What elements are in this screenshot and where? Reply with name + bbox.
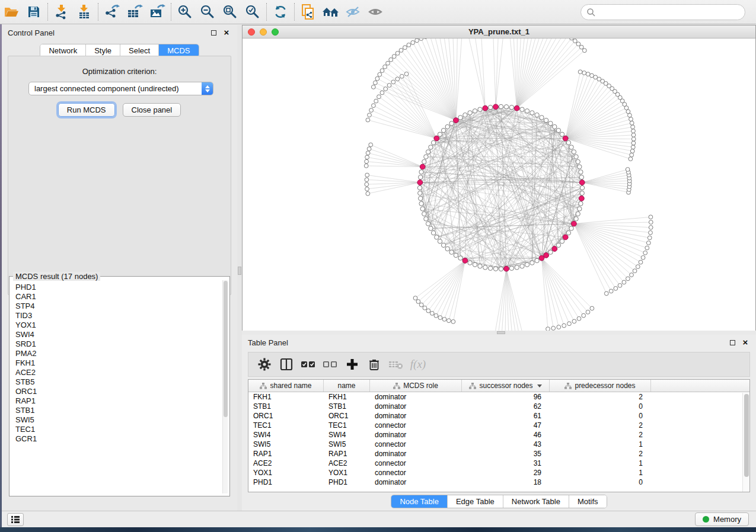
cell-successor-nodes[interactable]: 18 [462,477,550,487]
network-node[interactable] [423,39,428,39]
network-node[interactable] [535,258,539,262]
mcds-result-item[interactable]: PMA2 [13,349,221,358]
cell-MCDS-role[interactable]: dominator [370,411,462,421]
network-node[interactable] [374,99,378,103]
network-node[interactable] [364,164,368,168]
network-node[interactable] [582,71,586,75]
import-network-icon[interactable] [50,2,73,22]
network-node[interactable] [579,201,583,206]
network-node[interactable] [557,325,561,329]
table-row[interactable]: ORC1ORC1dominator610 [248,411,749,421]
cell-MCDS-role[interactable]: connector [370,421,462,430]
network-node[interactable] [375,76,379,81]
table-options-gear-icon[interactable] [256,355,273,374]
network-node[interactable] [645,246,649,250]
cell-predecessor-nodes[interactable]: 0 [550,411,651,421]
mcds-hub-node[interactable] [420,164,425,169]
network-node[interactable] [551,326,556,331]
network-node[interactable] [426,309,430,313]
export-network-icon[interactable] [101,2,123,22]
network-node[interactable] [369,108,374,113]
tab-node-table[interactable]: Node Table [391,495,448,508]
mcds-hub-node[interactable] [563,136,568,141]
mcds-hub-node[interactable] [417,180,423,185]
network-node[interactable] [520,107,524,111]
network-node[interactable] [383,65,387,69]
network-node[interactable] [438,132,442,136]
network-node[interactable] [400,74,404,78]
import-table-icon[interactable] [73,2,95,22]
network-node[interactable] [525,109,529,113]
network-node[interactable] [367,147,371,151]
table-row[interactable]: ACE2ACE2connector311 [248,459,749,468]
cell-name[interactable]: ACE2 [324,459,370,468]
network-node[interactable] [387,84,391,88]
network-node[interactable] [435,235,439,239]
network-node[interactable] [499,104,503,108]
memory-button[interactable]: Memory [695,512,749,526]
network-node[interactable] [639,260,643,264]
column-header-MCDS-role[interactable]: MCDS role [370,380,462,392]
network-node[interactable] [366,151,370,155]
cell-name[interactable]: FKH1 [324,392,370,402]
network-node[interactable] [509,266,513,270]
network-node[interactable] [576,159,580,164]
network-node[interactable] [569,145,573,149]
network-node[interactable] [633,269,637,273]
network-node[interactable] [380,69,384,73]
network-node[interactable] [544,118,548,122]
network-node[interactable] [649,226,653,230]
cell-shared-name[interactable]: SWI4 [248,430,324,440]
network-node[interactable] [548,121,553,126]
network-node[interactable] [411,41,415,45]
tab-select[interactable]: Select [120,44,159,57]
mcds-hub-node[interactable] [572,221,577,226]
show-all-eye-icon[interactable] [365,2,387,22]
network-node[interactable] [626,277,630,281]
network-node[interactable] [630,153,634,157]
network-node[interactable] [590,73,594,78]
network-node[interactable] [366,118,370,122]
mcds-result-item[interactable]: YOX1 [13,321,221,330]
column-header-shared-name[interactable]: shared name [248,380,324,392]
cell-shared-name[interactable]: RAP1 [248,449,324,459]
cell-shared-name[interactable]: ORC1 [248,411,324,421]
network-node[interactable] [418,191,422,195]
network-node[interactable] [441,243,445,247]
column-header-successor-nodes[interactable]: successor nodes [462,380,550,392]
tab-network[interactable]: Network [40,44,86,57]
network-node[interactable] [365,159,369,164]
network-node[interactable] [493,267,497,271]
table-row[interactable]: SWI4SWI4dominator462 [248,430,749,440]
cell-MCDS-role[interactable]: connector [370,440,462,449]
column-header-name[interactable]: name [324,380,370,392]
tab-style[interactable]: Style [86,44,120,57]
cell-MCDS-role[interactable]: dominator [370,402,462,411]
cell-MCDS-role[interactable]: dominator [370,477,462,487]
window-zoom-icon[interactable] [272,28,279,36]
mcds-result-item[interactable]: ORC1 [13,387,221,396]
network-node[interactable] [392,55,396,59]
network-node[interactable] [419,303,423,307]
save-session-icon[interactable] [23,2,45,22]
network-node[interactable] [499,267,503,271]
mcds-result-item[interactable]: ACE2 [13,368,221,377]
network-node[interactable] [630,149,634,153]
refresh-icon[interactable] [269,2,292,22]
network-node[interactable] [641,255,645,259]
network-node[interactable] [423,306,427,310]
network-node[interactable] [579,45,583,49]
cell-shared-name[interactable]: SWI5 [248,440,324,449]
open-file-icon[interactable] [0,2,23,22]
float-panel-icon[interactable] [209,28,218,37]
network-node[interactable] [535,113,539,117]
splitter-handle[interactable] [497,331,505,334]
search-input[interactable] [596,6,745,19]
zoom-out-icon[interactable] [196,2,219,22]
cell-successor-nodes[interactable]: 61 [462,411,550,421]
network-node[interactable] [548,250,553,254]
network-node[interactable] [463,113,467,117]
table-row[interactable]: PHD1PHD1dominator180 [248,477,749,487]
cell-predecessor-nodes[interactable]: 1 [550,440,651,449]
network-node[interactable] [426,222,430,226]
